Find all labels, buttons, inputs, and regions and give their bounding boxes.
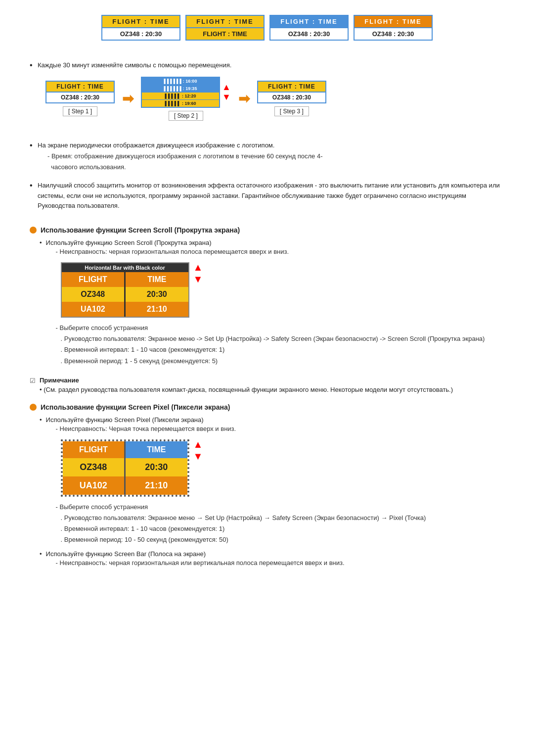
s2-row3: ▌▌▌▌▌ : 12:20 (142, 93, 219, 100)
arrow-2: ➡ (238, 91, 250, 107)
s2-cell-41: ▌▌▌▌▌ : 19:60 (142, 100, 219, 107)
pixel-fix: - Выберите способ устранения (56, 502, 426, 513)
step3-bottom: OZ348 : 20:30 (258, 93, 325, 102)
scroll-fixsub2: . Временной интервал: 1 - 10 часов (реко… (61, 344, 485, 355)
card-2-top: FLIGHT : TIME (186, 16, 264, 28)
pixel-cell-21: OZ348 (63, 458, 125, 476)
steps-bullet-text: Каждые 30 минут изменяйте символы с помо… (38, 60, 326, 71)
card-2: FLIGHT : TIME FLIGHT : TIME (185, 15, 265, 41)
pixel-cell-22: 20:30 (126, 458, 187, 476)
card-3: FLIGHT : TIME OZ348 : 20:30 (269, 15, 349, 41)
screen-pixel-content: • Используйте функцию Screen Pixel (Пикс… (40, 416, 504, 569)
card-3-bottom: OZ348 : 20:30 (270, 28, 348, 40)
hbar-cell-21: OZ348 (62, 287, 125, 302)
pixel-fixsub3: . Временной период: 10 - 50 секунд (реко… (61, 534, 426, 545)
hbar-cell-22: 20:30 (126, 287, 188, 302)
card-1-bottom: OZ348 : 20:30 (102, 28, 179, 40)
hbar-display: Horizontal Bar with Black color FLIGHT T… (61, 262, 189, 318)
pixel-cell-32: 21:10 (126, 476, 187, 495)
step2-card: ▌▌▌▌▌▌: 16:00 ▌▌▌▌▌▌: 19:35 ▌▌▌▌▌ : 12:2… (141, 77, 220, 108)
red-arrow-down: ▼ (193, 274, 203, 284)
note-bullet: • (См. раздел руководства пользователя к… (40, 386, 453, 393)
pixel-fixsub2: . Временной интервал: 1 - 10 часов (реко… (61, 523, 426, 534)
pixel-arrow-down: ▼ (193, 451, 203, 461)
s2-cell-21: ▌▌▌▌▌▌: 19:35 (142, 85, 219, 92)
bullet3-text: Наилучший способ защитить монитор от воз… (38, 181, 504, 211)
hbar-row-1: FLIGHT TIME (62, 272, 188, 287)
pixel-fixsub1: . Руководство пользователя: Экранное мен… (61, 513, 426, 523)
scroll-bullet1: • Используйте функцию Screen Scroll (Про… (40, 239, 504, 366)
scroll-sub1: - Неисправность: черная горизонтальная п… (56, 246, 485, 257)
pixel-bullet-dot: • (40, 416, 42, 545)
orange-dot-1 (30, 227, 37, 234)
hbar-cell-11: FLIGHT (62, 272, 125, 287)
pixel-row-1: FLIGHT TIME (63, 441, 187, 458)
pixel-cell-31: UA102 (63, 476, 125, 495)
hbar-row-3: UA102 21:10 (62, 302, 188, 317)
bar-bullet: • Используйте функцию Screen Bar (Полоса… (40, 550, 504, 568)
step2-arrows: ▲ ▼ (222, 83, 231, 101)
hbar-cell-12: TIME (126, 272, 188, 287)
screen-pixel-header: Использование функции Screen Pixel (Пикс… (30, 403, 504, 411)
screen-scroll-header: Использование функции Screen Scroll (Про… (30, 226, 504, 234)
scroll-bullet-dot: • (40, 239, 42, 366)
s2-cell-31: ▌▌▌▌▌ : 12:20 (142, 93, 219, 99)
bullet2-subtext: - Время: отображение движущегося изображ… (47, 151, 323, 173)
pixel-bullet1-text: Используйте функцию Screen Pixel (Пиксел… (46, 416, 426, 424)
note-section: ☑ Примечание • (См. раздел руководства п… (30, 377, 504, 393)
pixel-red-arrows: ▲ ▼ (193, 439, 203, 461)
step3-label: [ Step 3 ] (274, 106, 309, 116)
screen-scroll-title: Использование функции Screen Scroll (Про… (41, 226, 240, 234)
bullet-dot-3: • (30, 182, 34, 189)
card-4-top: FLIGHT : TIME (355, 16, 432, 28)
note-icon: ☑ (30, 377, 36, 384)
screen-scroll-content: • Используйте функцию Screen Scroll (Про… (40, 239, 504, 366)
bullet3: • Наилучший способ защитить монитор от в… (30, 181, 504, 211)
hbar-row-2: OZ348 20:30 (62, 287, 188, 302)
step2-label: [ Step 2 ] (169, 111, 203, 121)
note-text: (См. раздел руководства пользователя ком… (44, 386, 453, 393)
note-label: Примечание (40, 377, 453, 384)
bullet-dot-2: • (30, 142, 34, 149)
card-4: FLIGHT : TIME OZ348 : 20:30 (354, 15, 433, 41)
top-cards-section: FLIGHT : TIME OZ348 : 20:30 FLIGHT : TIM… (30, 15, 504, 41)
scroll-fix: - Выберите способ устранения (56, 323, 485, 333)
steps-section: • Каждые 30 минут изменяйте символы с по… (30, 60, 504, 126)
hbar-display-wrap: Horizontal Bar with Black color FLIGHT T… (46, 257, 485, 323)
bar-bullet-dot: • (40, 550, 42, 568)
step2-wrap: ▌▌▌▌▌▌: 16:00 ▌▌▌▌▌▌: 19:35 ▌▌▌▌▌ : 12:2… (141, 77, 231, 121)
pixel-cell-12: TIME (126, 441, 187, 458)
step3-top: FLIGHT : TIME (258, 82, 325, 93)
hbar-header: Horizontal Bar with Black color (62, 263, 188, 272)
step1-top: FLIGHT : TIME (46, 82, 114, 93)
step1-card: FLIGHT : TIME OZ348 : 20:30 (45, 81, 115, 103)
step1-wrap: FLIGHT : TIME OZ348 : 20:30 [ Step 1 ] (45, 81, 115, 116)
step2-display: ▌▌▌▌▌▌: 16:00 ▌▌▌▌▌▌: 19:35 ▌▌▌▌▌ : 12:2… (141, 77, 231, 108)
steps-bullet: • Каждые 30 минут изменяйте символы с по… (30, 60, 504, 126)
note-bullet-dot: • (40, 386, 44, 393)
scroll-red-arrows: ▲ ▼ (193, 262, 203, 284)
arrow-1: ➡ (122, 91, 134, 107)
s2-row2: ▌▌▌▌▌▌: 19:35 (142, 85, 219, 93)
step3-wrap: FLIGHT : TIME OZ348 : 20:30 [ Step 3 ] (257, 81, 326, 116)
card-2-bottom: FLIGHT : TIME (186, 28, 264, 40)
s2-row4: ▌▌▌▌▌ : 19:60 (142, 100, 219, 107)
bullet2: • На экране периодически отображается дв… (30, 141, 504, 173)
card-3-top: FLIGHT : TIME (270, 16, 348, 28)
bullet-dot-1: • (30, 61, 34, 69)
arrow-down-1: ▲ (222, 83, 231, 92)
scroll-fixsub3: . Временной период: 1 - 5 секунд (рекоме… (61, 356, 485, 367)
pixel-cell-11: FLIGHT (63, 441, 125, 458)
pixel-display: FLIGHT TIME OZ348 20:30 UA102 21:10 (61, 439, 189, 497)
pixel-row-2: OZ348 20:30 (63, 458, 187, 476)
s2-row1: ▌▌▌▌▌▌: 16:00 (142, 78, 219, 85)
pixel-display-wrap: FLIGHT TIME OZ348 20:30 UA102 21:10 (46, 434, 426, 502)
red-arrow-up: ▲ (193, 262, 203, 272)
card-1: FLIGHT : TIME OZ348 : 20:30 (101, 15, 180, 41)
step3-card: FLIGHT : TIME OZ348 : 20:30 (257, 81, 326, 103)
steps-row: FLIGHT : TIME OZ348 : 20:30 [ Step 1 ] ➡… (45, 77, 326, 121)
hbar-cell-32: 21:10 (126, 302, 188, 317)
hbar-cell-31: UA102 (62, 302, 125, 317)
screen-pixel-title: Использование функции Screen Pixel (Пикс… (41, 403, 230, 411)
orange-dot-2 (30, 404, 37, 411)
